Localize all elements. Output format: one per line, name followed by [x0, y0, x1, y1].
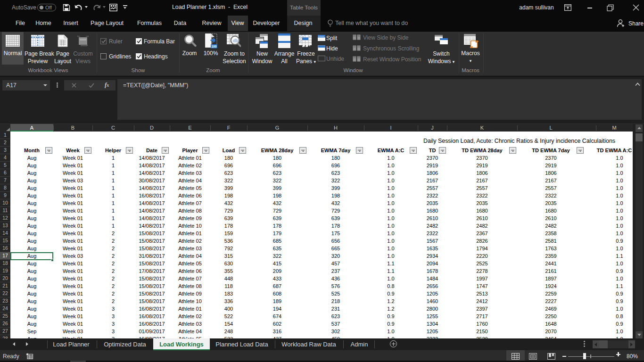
svg-text:100: 100 [211, 45, 217, 48]
